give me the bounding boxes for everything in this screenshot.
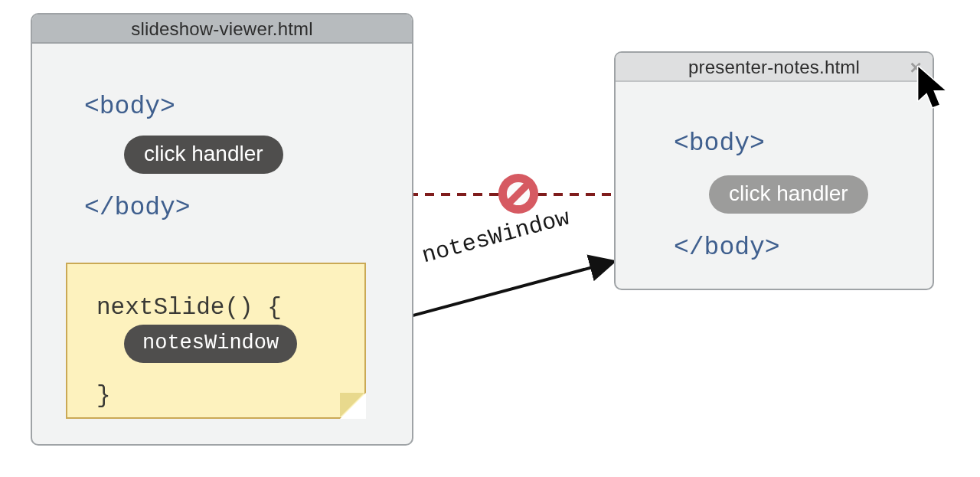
close-icon[interactable]: ×	[910, 55, 922, 80]
click-handler-pill: click handler	[709, 175, 868, 214]
body-close-tag: </body>	[674, 234, 780, 262]
window-title: slideshow-viewer.html	[32, 15, 412, 44]
body-open-tag: <body>	[674, 129, 765, 158]
body-open-tag: <body>	[84, 93, 175, 121]
window-title-text: presenter-notes.html	[688, 57, 860, 77]
notes-window-pill: notesWindow	[124, 325, 297, 363]
code-note: nextSlide() { } notesWindow	[66, 263, 366, 419]
click-handler-pill: click handler	[124, 136, 283, 174]
code-line-open: nextSlide() {	[96, 286, 282, 329]
code-line-close: }	[96, 374, 282, 417]
diagram-stage: slideshow-viewer.html <body> click handl…	[0, 0, 980, 477]
window-title: presenter-notes.html ×	[616, 53, 933, 82]
window-presenter-notes: presenter-notes.html × <body> click hand…	[614, 51, 934, 290]
body-close-tag: </body>	[84, 194, 191, 222]
no-entry-icon	[496, 172, 541, 216]
